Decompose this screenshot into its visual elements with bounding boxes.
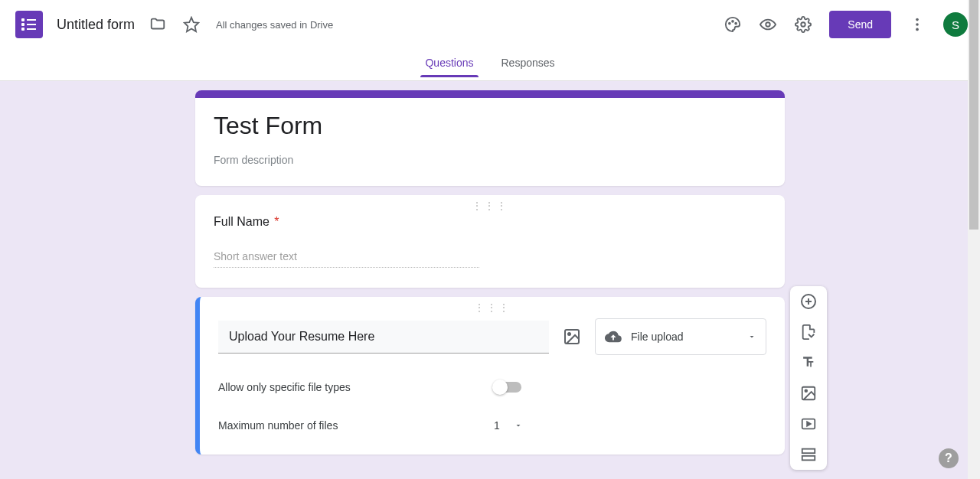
option-label-filetypes: Allow only specific file types: [218, 381, 494, 393]
svg-point-11: [802, 22, 806, 27]
svg-rect-3: [27, 24, 36, 25]
svg-marker-6: [185, 18, 198, 31]
svg-point-13: [916, 23, 919, 26]
preview-icon[interactable]: [759, 15, 777, 34]
help-button[interactable]: ?: [939, 448, 959, 468]
max-files-select[interactable]: 1: [494, 419, 523, 432]
drag-handle-icon[interactable]: ⋮⋮⋮: [474, 301, 511, 314]
chevron-down-icon: [514, 421, 523, 430]
cloud-upload-icon: [605, 328, 622, 345]
svg-point-10: [766, 22, 771, 27]
more-icon[interactable]: [908, 15, 926, 34]
add-image-icon[interactable]: [799, 384, 818, 402]
view-tabs: Questions Responses: [0, 49, 980, 81]
tab-responses[interactable]: Responses: [500, 49, 557, 77]
form-title[interactable]: Test Form: [214, 112, 766, 140]
add-image-icon[interactable]: [563, 327, 581, 346]
question-label-text: Full Name: [214, 215, 270, 228]
svg-point-7: [729, 23, 730, 24]
question-title-input-wrap: [218, 321, 549, 354]
svg-rect-2: [21, 23, 24, 26]
form-header-card[interactable]: Test Form Form description: [195, 90, 785, 186]
vertical-scrollbar[interactable]: [968, 0, 980, 479]
svg-point-9: [736, 23, 737, 24]
question-card-upload[interactable]: ⋮⋮⋮ File upload: [195, 297, 785, 455]
svg-point-21: [805, 389, 807, 392]
svg-rect-1: [27, 19, 36, 21]
short-answer-placeholder: Short answer text: [214, 250, 479, 268]
account-avatar[interactable]: S: [943, 12, 968, 37]
drag-handle-icon[interactable]: ⋮⋮⋮: [472, 200, 508, 212]
question-label: Full Name *: [214, 215, 766, 229]
toggle-specific-filetypes[interactable]: [494, 382, 521, 393]
max-files-value: 1: [494, 419, 500, 432]
option-label-maxfiles: Maximum number of files: [218, 419, 494, 432]
question-card-fullname[interactable]: ⋮⋮⋮ Full Name * Short answer text: [195, 195, 785, 288]
add-title-icon[interactable]: [799, 354, 818, 372]
star-icon[interactable]: [182, 15, 201, 34]
scroll-thumb[interactable]: [969, 0, 978, 230]
add-video-icon[interactable]: [799, 415, 818, 433]
question-title-input[interactable]: [229, 330, 538, 344]
floating-toolbar: [790, 286, 827, 470]
settings-icon[interactable]: [794, 15, 812, 34]
add-section-icon[interactable]: [799, 445, 818, 464]
folder-icon[interactable]: [149, 15, 167, 34]
question-type-select[interactable]: File upload: [595, 318, 766, 355]
forms-logo[interactable]: [15, 11, 43, 38]
import-questions-icon[interactable]: [799, 323, 818, 341]
send-button[interactable]: Send: [829, 11, 891, 38]
svg-point-12: [916, 18, 919, 21]
form-description[interactable]: Form description: [214, 154, 766, 166]
svg-rect-4: [21, 28, 24, 31]
svg-point-14: [916, 28, 919, 31]
svg-marker-23: [807, 422, 811, 426]
svg-rect-25: [802, 456, 815, 461]
svg-rect-0: [21, 18, 24, 21]
forms-logo-glyph: [21, 18, 37, 31]
app-header: Untitled form All changes saved in Drive…: [0, 0, 980, 49]
tab-questions[interactable]: Questions: [423, 49, 475, 77]
svg-rect-24: [802, 449, 815, 454]
palette-icon[interactable]: [724, 15, 742, 34]
form-canvas: Test Form Form description ⋮⋮⋮ Full Name…: [0, 81, 980, 479]
save-status: All changes saved in Drive: [216, 19, 333, 31]
required-star: *: [274, 215, 279, 228]
chevron-down-icon: [747, 332, 756, 341]
svg-point-8: [732, 21, 733, 22]
svg-point-16: [568, 333, 570, 335]
document-title[interactable]: Untitled form: [57, 17, 135, 33]
question-type-label: File upload: [631, 331, 738, 343]
svg-rect-5: [27, 28, 36, 30]
add-question-icon[interactable]: [799, 292, 818, 311]
